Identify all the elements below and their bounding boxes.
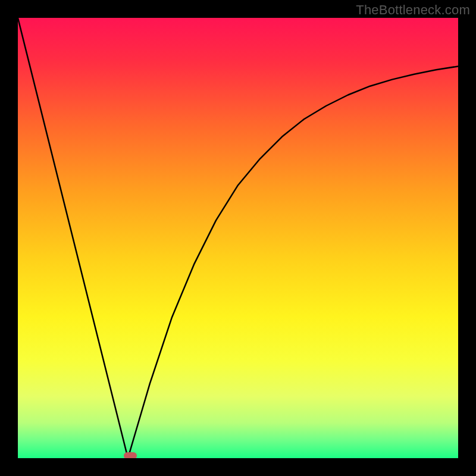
plot-area <box>18 18 458 458</box>
chart-frame: TheBottleneck.com <box>0 0 476 476</box>
bottleneck-curve <box>18 18 458 458</box>
watermark-text: TheBottleneck.com <box>356 2 470 18</box>
bottleneck-marker <box>124 452 137 458</box>
